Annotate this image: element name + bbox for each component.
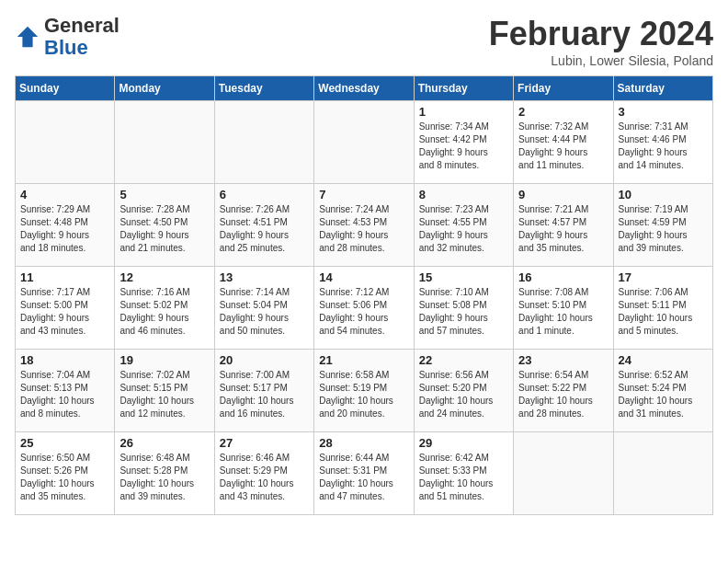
day-info: Sunrise: 6:42 AM Sunset: 5:33 PM Dayligh… [419,452,508,503]
day-number: 1 [419,105,508,119]
calendar-cell: 1Sunrise: 7:34 AM Sunset: 4:42 PM Daylig… [414,101,513,184]
logo: General Blue [15,15,119,59]
calendar-cell: 16Sunrise: 7:08 AM Sunset: 5:10 PM Dayli… [514,267,613,350]
day-number: 28 [319,436,408,450]
calendar-cell: 25Sunrise: 6:50 AM Sunset: 5:26 PM Dayli… [16,432,115,515]
day-number: 2 [518,105,608,119]
day-number: 15 [419,270,508,284]
day-number: 27 [220,436,309,450]
day-number: 5 [119,188,209,201]
location: Lubin, Lower Silesia, Poland [489,53,713,68]
calendar-cell [214,101,313,184]
weekday-header-friday: Friday [514,76,613,101]
day-info: Sunrise: 7:08 AM Sunset: 5:10 PM Dayligh… [518,286,608,338]
day-info: Sunrise: 7:26 AM Sunset: 4:51 PM Dayligh… [220,203,309,255]
day-number: 22 [419,353,508,367]
svg-marker-0 [17,27,38,47]
calendar-cell [613,432,712,515]
calendar-cell: 18Sunrise: 7:04 AM Sunset: 5:13 PM Dayli… [16,350,115,432]
weekday-header-thursday: Thursday [414,76,513,101]
day-info: Sunrise: 7:02 AM Sunset: 5:15 PM Dayligh… [119,369,209,420]
calendar-cell: 27Sunrise: 6:46 AM Sunset: 5:29 PM Dayli… [214,432,313,515]
calendar-cell: 3Sunrise: 7:31 AM Sunset: 4:46 PM Daylig… [613,101,712,184]
day-info: Sunrise: 6:44 AM Sunset: 5:31 PM Dayligh… [319,452,408,503]
day-number: 8 [419,188,508,201]
calendar-cell: 12Sunrise: 7:16 AM Sunset: 5:02 PM Dayli… [115,267,214,350]
calendar-cell: 14Sunrise: 7:12 AM Sunset: 5:06 PM Dayli… [314,267,414,350]
day-info: Sunrise: 7:00 AM Sunset: 5:17 PM Dayligh… [220,369,309,420]
day-number: 9 [518,188,608,201]
day-number: 26 [119,436,209,450]
calendar-cell: 29Sunrise: 6:42 AM Sunset: 5:33 PM Dayli… [414,432,513,515]
day-info: Sunrise: 7:34 AM Sunset: 4:42 PM Dayligh… [419,121,508,172]
day-number: 6 [220,188,309,201]
calendar-cell [514,432,613,515]
calendar-cell [314,101,414,184]
calendar-cell: 2Sunrise: 7:32 AM Sunset: 4:44 PM Daylig… [514,101,613,184]
calendar-cell: 19Sunrise: 7:02 AM Sunset: 5:15 PM Dayli… [115,350,214,432]
day-info: Sunrise: 7:17 AM Sunset: 5:00 PM Dayligh… [20,286,109,338]
day-info: Sunrise: 7:28 AM Sunset: 4:50 PM Dayligh… [119,203,209,255]
day-number: 4 [20,188,109,201]
calendar-week-4: 18Sunrise: 7:04 AM Sunset: 5:13 PM Dayli… [16,350,713,432]
day-info: Sunrise: 7:31 AM Sunset: 4:46 PM Dayligh… [619,121,708,172]
weekday-header-saturday: Saturday [613,76,712,101]
day-number: 17 [619,270,708,284]
day-info: Sunrise: 7:19 AM Sunset: 4:59 PM Dayligh… [619,203,708,255]
page-header: General Blue February 2024 Lubin, Lower … [15,15,713,68]
calendar-cell: 8Sunrise: 7:23 AM Sunset: 4:55 PM Daylig… [414,184,513,267]
calendar-week-2: 4Sunrise: 7:29 AM Sunset: 4:48 PM Daylig… [16,184,713,267]
weekday-header-sunday: Sunday [16,76,115,101]
day-info: Sunrise: 6:50 AM Sunset: 5:26 PM Dayligh… [20,452,109,503]
calendar-cell: 20Sunrise: 7:00 AM Sunset: 5:17 PM Dayli… [214,350,313,432]
weekday-header-wednesday: Wednesday [314,76,414,101]
day-info: Sunrise: 7:24 AM Sunset: 4:53 PM Dayligh… [319,203,408,255]
calendar-cell: 9Sunrise: 7:21 AM Sunset: 4:57 PM Daylig… [514,184,613,267]
weekday-header-monday: Monday [115,76,214,101]
calendar-week-5: 25Sunrise: 6:50 AM Sunset: 5:26 PM Dayli… [16,432,713,515]
calendar-cell: 10Sunrise: 7:19 AM Sunset: 4:59 PM Dayli… [613,184,712,267]
day-info: Sunrise: 6:54 AM Sunset: 5:22 PM Dayligh… [518,369,608,420]
day-number: 10 [619,188,708,201]
calendar-cell [16,101,115,184]
month-year: February 2024 [489,15,713,53]
weekday-header-tuesday: Tuesday [214,76,313,101]
day-info: Sunrise: 7:29 AM Sunset: 4:48 PM Dayligh… [20,203,109,255]
logo-text: General Blue [44,15,119,59]
day-number: 3 [619,105,708,119]
day-info: Sunrise: 7:10 AM Sunset: 5:08 PM Dayligh… [419,286,508,338]
day-number: 21 [319,353,408,367]
day-info: Sunrise: 7:23 AM Sunset: 4:55 PM Dayligh… [419,203,508,255]
day-number: 24 [619,353,708,367]
day-number: 23 [518,353,608,367]
day-info: Sunrise: 6:58 AM Sunset: 5:19 PM Dayligh… [319,369,408,420]
weekday-header-row: SundayMondayTuesdayWednesdayThursdayFrid… [16,76,713,101]
calendar-cell: 22Sunrise: 6:56 AM Sunset: 5:20 PM Dayli… [414,350,513,432]
calendar-cell: 6Sunrise: 7:26 AM Sunset: 4:51 PM Daylig… [214,184,313,267]
calendar-cell: 28Sunrise: 6:44 AM Sunset: 5:31 PM Dayli… [314,432,414,515]
calendar-cell: 26Sunrise: 6:48 AM Sunset: 5:28 PM Dayli… [115,432,214,515]
day-info: Sunrise: 6:46 AM Sunset: 5:29 PM Dayligh… [220,452,309,503]
day-info: Sunrise: 7:06 AM Sunset: 5:11 PM Dayligh… [619,286,708,338]
day-info: Sunrise: 6:52 AM Sunset: 5:24 PM Dayligh… [619,369,708,420]
day-number: 19 [119,353,209,367]
calendar-cell: 21Sunrise: 6:58 AM Sunset: 5:19 PM Dayli… [314,350,414,432]
day-number: 16 [518,270,608,284]
calendar-cell: 4Sunrise: 7:29 AM Sunset: 4:48 PM Daylig… [16,184,115,267]
calendar-cell: 24Sunrise: 6:52 AM Sunset: 5:24 PM Dayli… [613,350,712,432]
calendar-cell: 5Sunrise: 7:28 AM Sunset: 4:50 PM Daylig… [115,184,214,267]
day-number: 11 [20,270,109,284]
title-block: February 2024 Lubin, Lower Silesia, Pola… [489,15,713,68]
day-number: 7 [319,188,408,201]
day-number: 14 [319,270,408,284]
calendar-cell: 15Sunrise: 7:10 AM Sunset: 5:08 PM Dayli… [414,267,513,350]
day-number: 20 [220,353,309,367]
day-info: Sunrise: 7:16 AM Sunset: 5:02 PM Dayligh… [119,286,209,338]
day-number: 12 [119,270,209,284]
calendar-cell: 13Sunrise: 7:14 AM Sunset: 5:04 PM Dayli… [214,267,313,350]
day-info: Sunrise: 6:48 AM Sunset: 5:28 PM Dayligh… [119,452,209,503]
day-info: Sunrise: 6:56 AM Sunset: 5:20 PM Dayligh… [419,369,508,420]
day-info: Sunrise: 7:14 AM Sunset: 5:04 PM Dayligh… [220,286,309,338]
calendar-cell: 11Sunrise: 7:17 AM Sunset: 5:00 PM Dayli… [16,267,115,350]
calendar-week-1: 1Sunrise: 7:34 AM Sunset: 4:42 PM Daylig… [16,101,713,184]
